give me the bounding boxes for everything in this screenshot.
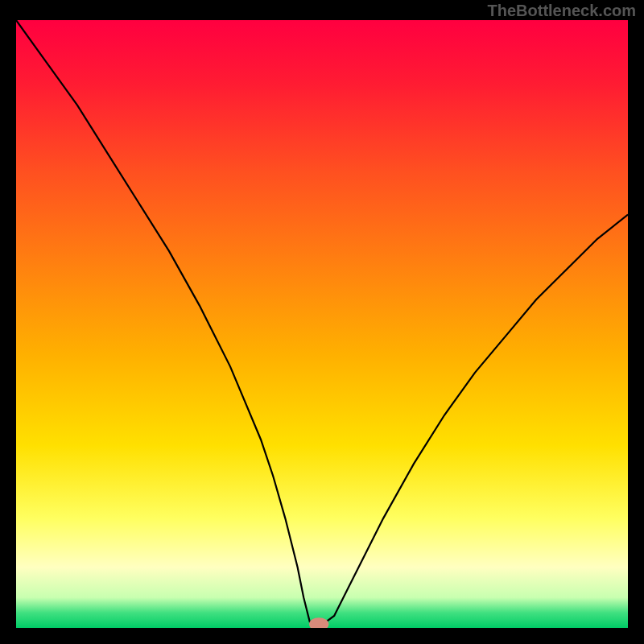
gradient-background	[16, 20, 628, 628]
chart-frame: TheBottleneck.com	[0, 0, 644, 644]
watermark-text: TheBottleneck.com	[488, 2, 636, 20]
plot-area	[16, 20, 628, 628]
chart-svg	[16, 20, 628, 628]
